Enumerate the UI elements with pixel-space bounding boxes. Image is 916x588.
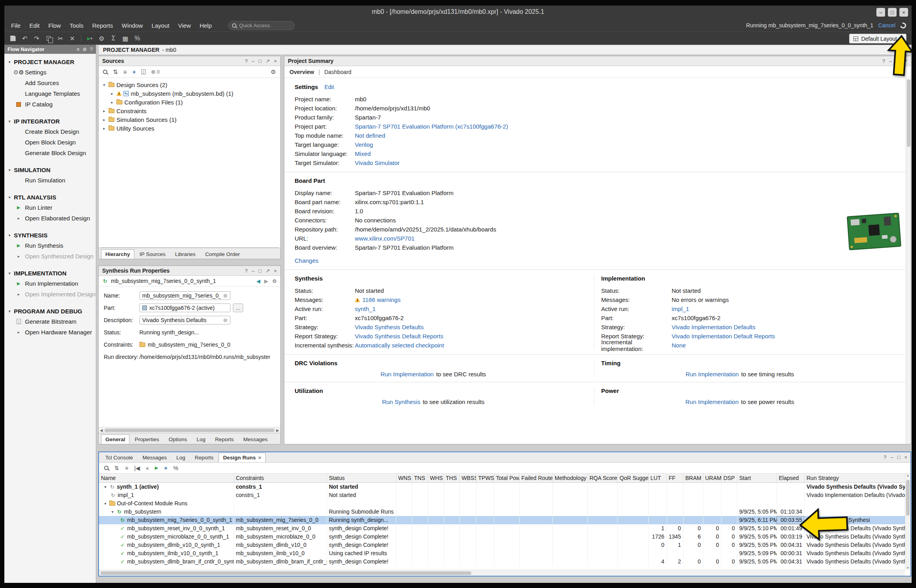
report-strategy-link[interactable]: Vivado Synthesis Default Reports	[355, 333, 443, 340]
col-constraints[interactable]: Constraints	[234, 474, 327, 482]
tab-compile-order[interactable]: Compile Order	[201, 249, 244, 259]
redo-button[interactable]: ↷	[31, 33, 42, 44]
run-button[interactable]: ▾	[84, 33, 95, 44]
scrollbar-thumb[interactable]	[105, 429, 275, 432]
file-icon[interactable]	[141, 69, 146, 74]
play-icon[interactable]	[155, 465, 158, 470]
run-row-ilmb-v10[interactable]: mb_subsystem_ilmb_v10_0_synth_1 mb_subsy…	[99, 549, 905, 558]
run-row-synth-1[interactable]: synth_1 (active) constrs_1 Not started V…	[99, 482, 905, 491]
flow-item-open-synthesized-design[interactable]: Open Synthesized Design	[4, 251, 96, 262]
flow-section-header[interactable]: IMPLEMENTATION	[4, 268, 96, 278]
flow-item-ip-catalog[interactable]: IP Catalog	[4, 99, 96, 110]
collapse-panel-icon[interactable]: ≡	[77, 47, 80, 52]
expand-all-icon[interactable]: ≡	[124, 68, 127, 75]
minimize-button[interactable]: –	[876, 8, 885, 17]
flow-item-open-block-design[interactable]: Open Block Design	[4, 137, 96, 148]
flow-item-create-block-design[interactable]: Create Block Design	[4, 126, 96, 137]
run-row-mig-selected[interactable]: mb_subsystem_mig_7series_0_0_synth_1 mb_…	[99, 516, 905, 524]
flow-item-run-simulation[interactable]: Run Simulation	[4, 175, 96, 186]
menu-tools[interactable]: Tools	[65, 21, 88, 30]
search-icon[interactable]	[104, 466, 109, 470]
help-icon[interactable]: ?	[884, 454, 886, 460]
tree-item-design-sources[interactable]: Design Sources (2)	[99, 80, 280, 89]
add-sources-icon[interactable]: +	[132, 68, 136, 75]
collapse-all-icon[interactable]: ⇅	[114, 465, 119, 471]
expand-all-icon[interactable]: ≡	[125, 465, 128, 471]
run-implementation-link[interactable]: Run Implementation	[686, 398, 739, 405]
minimize-panel-icon[interactable]: –	[251, 268, 254, 274]
help-icon[interactable]: ?	[245, 58, 248, 64]
close-panel-icon[interactable]: ×	[274, 58, 277, 64]
edit-settings-link[interactable]: Edit	[324, 84, 334, 90]
col-total-power[interactable]: Total Power	[494, 474, 519, 482]
close-panel-icon[interactable]: ×	[274, 268, 277, 274]
run-implementation-link[interactable]: Run Implementation	[686, 371, 739, 377]
flow-item-add-sources[interactable]: Add Sources	[4, 78, 96, 88]
flow-section-header[interactable]: SYNTHESIS	[4, 230, 96, 240]
tab-messages[interactable]: Messages	[239, 434, 272, 444]
run-row-mb-subsystem[interactable]: mb_subsystem Running Submodule Runs 9/9/…	[99, 508, 905, 516]
add-run-icon[interactable]: +	[164, 465, 168, 471]
tab-dashboard[interactable]: Dashboard	[324, 69, 352, 75]
menu-help[interactable]: Help	[195, 21, 216, 30]
horizontal-scrollbar[interactable]: ◀▶	[99, 427, 280, 433]
col-run-strategy[interactable]: Run Strategy	[804, 474, 905, 482]
run-row-dlmb-v10[interactable]: mb_subsystem_dlmb_v10_0_synth_1 mb_subsy…	[99, 541, 905, 549]
col-name[interactable]: Name	[99, 474, 234, 482]
minimize-panel-icon[interactable]: –	[251, 58, 254, 64]
forward-icon[interactable]: ▶	[264, 278, 268, 284]
clear-icon[interactable]: ⊗	[223, 292, 228, 299]
tab-design-runs[interactable]: Design Runs×	[219, 453, 265, 462]
run-implementation-link[interactable]: Run Implementation	[381, 371, 434, 377]
percent-button[interactable]: %	[132, 33, 143, 44]
col-tns[interactable]: TNS	[412, 474, 428, 482]
col-qor-suggestions[interactable]: QoR Suggestions	[617, 474, 648, 482]
tree-item-constraints[interactable]: Constraints	[99, 106, 280, 115]
tab-options[interactable]: Options	[164, 434, 192, 444]
tab-overview[interactable]: Overview	[289, 69, 314, 75]
maximize-panel-icon[interactable]: □	[259, 268, 262, 274]
minimize-panel-icon[interactable]: –	[890, 454, 893, 460]
run-row-microblaze[interactable]: mb_subsystem_microblaze_0_0_synth_1 mb_s…	[99, 533, 905, 541]
changes-link[interactable]: Changes	[295, 257, 318, 264]
scrollbar-thumb[interactable]	[101, 571, 471, 575]
flow-item-generate-bitstream[interactable]: Generate Bitstream	[4, 316, 96, 327]
undo-button[interactable]: ↶	[19, 33, 30, 44]
gear-icon[interactable]: ⚙	[272, 278, 277, 284]
collapse-all-icon[interactable]: ⇅	[113, 68, 118, 76]
maximize-panel-icon[interactable]: □	[259, 58, 262, 64]
run-row-impl-1[interactable]: impl_1 constrs_1 Not started Vivado Impl…	[99, 491, 905, 499]
flow-section-header[interactable]: SIMULATION	[4, 165, 96, 175]
name-field[interactable]: mb_subsystem_mig_7series_0_0_synth_1⊗	[139, 291, 230, 300]
run-properties-header[interactable]: Synthesis Run Properties ? – □ ↗ ×	[99, 266, 280, 276]
search-icon[interactable]	[103, 70, 107, 74]
float-panel-icon[interactable]: ↗	[266, 268, 270, 274]
active-run-link[interactable]: impl_1	[672, 305, 689, 312]
flow-item-settings[interactable]: ⚙Settings	[4, 67, 96, 78]
menu-layout[interactable]: Layout	[147, 21, 174, 30]
tab-reports[interactable]: Reports	[211, 434, 238, 444]
scrollbar-thumb[interactable]	[907, 80, 910, 147]
col-tpws[interactable]: TPWS	[476, 474, 494, 482]
cancel-run-link[interactable]: Cancel	[878, 22, 895, 28]
board-url-link[interactable]: www.xilinx.com/SP701	[355, 235, 415, 242]
flow-item-run-implementation[interactable]: Run Implementation	[4, 278, 96, 289]
horizontal-scrollbar[interactable]	[99, 570, 905, 576]
tab-general[interactable]: General	[101, 434, 129, 444]
step-back-icon[interactable]: «	[146, 465, 149, 471]
close-panel-icon[interactable]: ×	[904, 454, 907, 460]
flow-navigator-header[interactable]: Flow Navigator ≡ ⚙ ?	[4, 45, 96, 54]
maximize-button[interactable]: □	[888, 8, 897, 17]
col-start[interactable]: Start	[737, 474, 777, 482]
help-icon[interactable]: ?	[245, 268, 248, 274]
vertical-scrollbar[interactable]: ▲▼	[905, 474, 910, 570]
tree-item-simulation-sources[interactable]: Simulation Sources (1)	[99, 115, 280, 124]
close-tab-icon[interactable]: ×	[258, 455, 261, 461]
menu-reports[interactable]: Reports	[88, 21, 118, 30]
delete-button[interactable]: ✕	[67, 33, 78, 44]
go-to-start-icon[interactable]: |◀	[134, 465, 140, 471]
col-lut[interactable]: LUT	[648, 474, 667, 482]
description-field[interactable]: Vivado Synthesis Defaults⊗	[139, 316, 230, 324]
percent-icon[interactable]: %	[173, 465, 178, 471]
col-status[interactable]: Status	[327, 474, 396, 482]
